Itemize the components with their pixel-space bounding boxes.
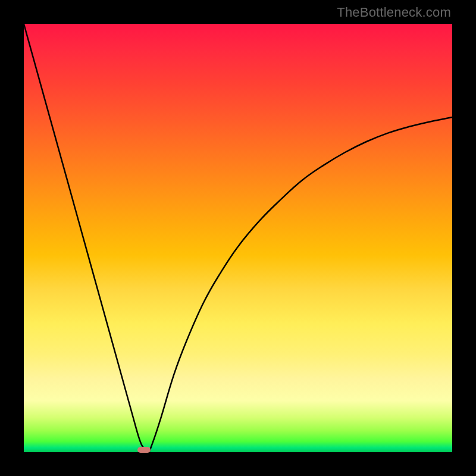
plot-area bbox=[24, 24, 452, 452]
bottleneck-curve bbox=[24, 24, 452, 452]
chart-frame: TheBottleneck.com bbox=[0, 0, 476, 476]
watermark-text: TheBottleneck.com bbox=[337, 5, 451, 20]
minimum-marker bbox=[137, 447, 151, 453]
